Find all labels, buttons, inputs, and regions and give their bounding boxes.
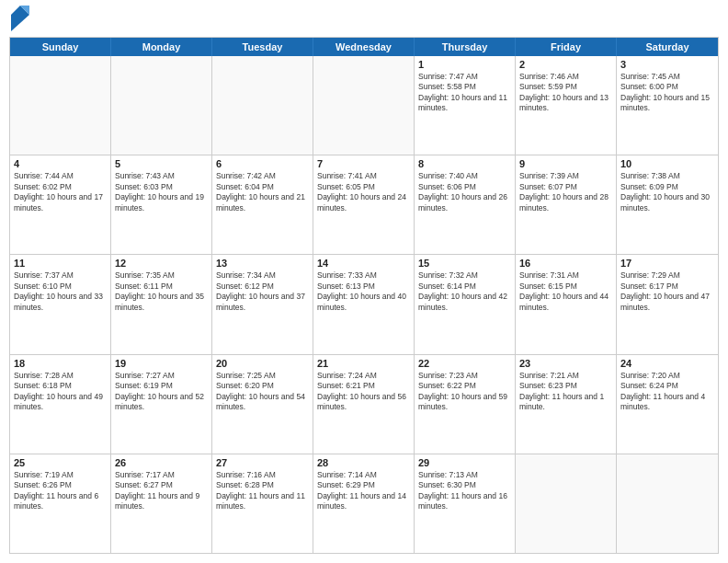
day-number-18: 18: [14, 358, 107, 369]
header-monday: Monday: [111, 38, 212, 56]
day-number-6: 6: [216, 158, 309, 169]
day-number-24: 24: [620, 358, 714, 369]
cal-cell-r0-c2: [212, 56, 313, 155]
cal-cell-r2-c0: 11Sunrise: 7:37 AM Sunset: 6:10 PM Dayli…: [10, 255, 111, 353]
day-info-5: Sunrise: 7:43 AM Sunset: 6:03 PM Dayligh…: [115, 171, 208, 213]
day-number-10: 10: [620, 158, 714, 169]
day-info-19: Sunrise: 7:27 AM Sunset: 6:19 PM Dayligh…: [115, 371, 208, 413]
day-number-9: 9: [519, 158, 612, 169]
cal-cell-r3-c4: 22Sunrise: 7:23 AM Sunset: 6:22 PM Dayli…: [415, 355, 516, 454]
cal-cell-r0-c3: [313, 56, 415, 155]
cal-cell-r1-c6: 10Sunrise: 7:38 AM Sunset: 6:09 PM Dayli…: [617, 155, 718, 254]
cal-cell-r4-c5: [516, 454, 617, 553]
cal-cell-r2-c2: 13Sunrise: 7:34 AM Sunset: 6:12 PM Dayli…: [212, 255, 313, 353]
cal-cell-r4-c3: 28Sunrise: 7:14 AM Sunset: 6:29 PM Dayli…: [313, 454, 415, 553]
logo-icon: [11, 6, 29, 31]
day-number-13: 13: [216, 258, 309, 269]
header-wednesday: Wednesday: [313, 38, 415, 56]
day-info-9: Sunrise: 7:39 AM Sunset: 6:07 PM Dayligh…: [519, 171, 612, 213]
day-info-22: Sunrise: 7:23 AM Sunset: 6:22 PM Dayligh…: [418, 371, 511, 413]
cal-row-4: 25Sunrise: 7:19 AM Sunset: 6:26 PM Dayli…: [10, 454, 718, 553]
day-number-14: 14: [317, 258, 410, 269]
day-info-11: Sunrise: 7:37 AM Sunset: 6:10 PM Dayligh…: [14, 270, 107, 313]
cal-cell-r1-c3: 7Sunrise: 7:41 AM Sunset: 6:05 PM Daylig…: [313, 155, 415, 254]
day-info-14: Sunrise: 7:33 AM Sunset: 6:13 PM Dayligh…: [317, 270, 410, 313]
cal-cell-r1-c1: 5Sunrise: 7:43 AM Sunset: 6:03 PM Daylig…: [111, 155, 212, 254]
day-info-28: Sunrise: 7:14 AM Sunset: 6:29 PM Dayligh…: [317, 470, 410, 512]
cal-row-0: 1Sunrise: 7:47 AM Sunset: 5:58 PM Daylig…: [10, 56, 718, 155]
day-info-26: Sunrise: 7:17 AM Sunset: 6:27 PM Dayligh…: [115, 470, 208, 512]
cal-cell-r0-c0: [10, 56, 111, 155]
day-info-6: Sunrise: 7:42 AM Sunset: 6:04 PM Dayligh…: [216, 171, 309, 213]
day-info-8: Sunrise: 7:40 AM Sunset: 6:06 PM Dayligh…: [418, 171, 511, 213]
day-number-19: 19: [115, 358, 208, 369]
day-info-2: Sunrise: 7:46 AM Sunset: 5:59 PM Dayligh…: [519, 72, 612, 114]
header: [9, 9, 719, 31]
day-info-10: Sunrise: 7:38 AM Sunset: 6:09 PM Dayligh…: [620, 171, 714, 213]
day-number-16: 16: [519, 258, 612, 269]
cal-cell-r2-c5: 16Sunrise: 7:31 AM Sunset: 6:15 PM Dayli…: [516, 255, 617, 353]
cal-cell-r3-c3: 21Sunrise: 7:24 AM Sunset: 6:21 PM Dayli…: [313, 355, 415, 454]
cal-cell-r4-c1: 26Sunrise: 7:17 AM Sunset: 6:27 PM Dayli…: [111, 454, 212, 553]
cal-cell-r4-c2: 27Sunrise: 7:16 AM Sunset: 6:28 PM Dayli…: [212, 454, 313, 553]
day-info-23: Sunrise: 7:21 AM Sunset: 6:23 PM Dayligh…: [519, 371, 612, 413]
day-number-22: 22: [418, 358, 511, 369]
day-number-15: 15: [418, 258, 511, 269]
cal-cell-r3-c6: 24Sunrise: 7:20 AM Sunset: 6:24 PM Dayli…: [617, 355, 718, 454]
cal-cell-r4-c6: [617, 454, 718, 553]
day-info-27: Sunrise: 7:16 AM Sunset: 6:28 PM Dayligh…: [216, 470, 309, 512]
cal-cell-r0-c4: 1Sunrise: 7:47 AM Sunset: 5:58 PM Daylig…: [415, 56, 516, 155]
day-number-12: 12: [115, 258, 208, 269]
cal-cell-r0-c5: 2Sunrise: 7:46 AM Sunset: 5:59 PM Daylig…: [516, 56, 617, 155]
day-number-2: 2: [519, 59, 612, 70]
day-number-21: 21: [317, 358, 410, 369]
day-info-1: Sunrise: 7:47 AM Sunset: 5:58 PM Dayligh…: [418, 72, 511, 114]
day-info-4: Sunrise: 7:44 AM Sunset: 6:02 PM Dayligh…: [14, 171, 107, 213]
header-friday: Friday: [516, 38, 617, 56]
day-info-15: Sunrise: 7:32 AM Sunset: 6:14 PM Dayligh…: [418, 270, 511, 313]
day-number-26: 26: [115, 457, 208, 468]
day-number-29: 29: [418, 457, 511, 468]
cal-cell-r3-c1: 19Sunrise: 7:27 AM Sunset: 6:19 PM Dayli…: [111, 355, 212, 454]
day-info-17: Sunrise: 7:29 AM Sunset: 6:17 PM Dayligh…: [620, 270, 714, 313]
cal-cell-r2-c1: 12Sunrise: 7:35 AM Sunset: 6:11 PM Dayli…: [111, 255, 212, 353]
day-number-23: 23: [519, 358, 612, 369]
day-info-16: Sunrise: 7:31 AM Sunset: 6:15 PM Dayligh…: [519, 270, 612, 313]
cal-cell-r4-c0: 25Sunrise: 7:19 AM Sunset: 6:26 PM Dayli…: [10, 454, 111, 553]
day-info-29: Sunrise: 7:13 AM Sunset: 6:30 PM Dayligh…: [418, 470, 511, 512]
day-number-7: 7: [317, 158, 410, 169]
day-info-20: Sunrise: 7:25 AM Sunset: 6:20 PM Dayligh…: [216, 371, 309, 413]
day-number-8: 8: [418, 158, 511, 169]
page: Sunday Monday Tuesday Wednesday Thursday…: [0, 0, 728, 563]
cal-cell-r3-c0: 18Sunrise: 7:28 AM Sunset: 6:18 PM Dayli…: [10, 355, 111, 454]
cal-cell-r2-c6: 17Sunrise: 7:29 AM Sunset: 6:17 PM Dayli…: [617, 255, 718, 353]
day-info-21: Sunrise: 7:24 AM Sunset: 6:21 PM Dayligh…: [317, 371, 410, 413]
day-number-3: 3: [620, 59, 714, 70]
cal-cell-r0-c1: [111, 56, 212, 155]
header-thursday: Thursday: [415, 38, 516, 56]
cal-cell-r3-c5: 23Sunrise: 7:21 AM Sunset: 6:23 PM Dayli…: [516, 355, 617, 454]
cal-cell-r4-c4: 29Sunrise: 7:13 AM Sunset: 6:30 PM Dayli…: [415, 454, 516, 553]
day-number-27: 27: [216, 457, 309, 468]
cal-cell-r2-c3: 14Sunrise: 7:33 AM Sunset: 6:13 PM Dayli…: [313, 255, 415, 353]
cal-cell-r3-c2: 20Sunrise: 7:25 AM Sunset: 6:20 PM Dayli…: [212, 355, 313, 454]
logo: [9, 9, 29, 31]
day-info-24: Sunrise: 7:20 AM Sunset: 6:24 PM Dayligh…: [620, 371, 714, 413]
cal-cell-r1-c4: 8Sunrise: 7:40 AM Sunset: 6:06 PM Daylig…: [415, 155, 516, 254]
calendar-header-row: Sunday Monday Tuesday Wednesday Thursday…: [10, 38, 718, 56]
cal-row-3: 18Sunrise: 7:28 AM Sunset: 6:18 PM Dayli…: [10, 355, 718, 454]
day-number-25: 25: [14, 457, 107, 468]
cal-cell-r1-c5: 9Sunrise: 7:39 AM Sunset: 6:07 PM Daylig…: [516, 155, 617, 254]
day-info-25: Sunrise: 7:19 AM Sunset: 6:26 PM Dayligh…: [14, 470, 107, 512]
cal-row-2: 11Sunrise: 7:37 AM Sunset: 6:10 PM Dayli…: [10, 255, 718, 354]
header-sunday: Sunday: [10, 38, 111, 56]
calendar-body: 1Sunrise: 7:47 AM Sunset: 5:58 PM Daylig…: [10, 56, 718, 553]
day-number-4: 4: [14, 158, 107, 169]
day-number-28: 28: [317, 457, 410, 468]
day-number-20: 20: [216, 358, 309, 369]
day-info-18: Sunrise: 7:28 AM Sunset: 6:18 PM Dayligh…: [14, 371, 107, 413]
day-number-5: 5: [115, 158, 208, 169]
day-info-3: Sunrise: 7:45 AM Sunset: 6:00 PM Dayligh…: [620, 72, 714, 114]
cal-cell-r1-c2: 6Sunrise: 7:42 AM Sunset: 6:04 PM Daylig…: [212, 155, 313, 254]
cal-cell-r2-c4: 15Sunrise: 7:32 AM Sunset: 6:14 PM Dayli…: [415, 255, 516, 353]
